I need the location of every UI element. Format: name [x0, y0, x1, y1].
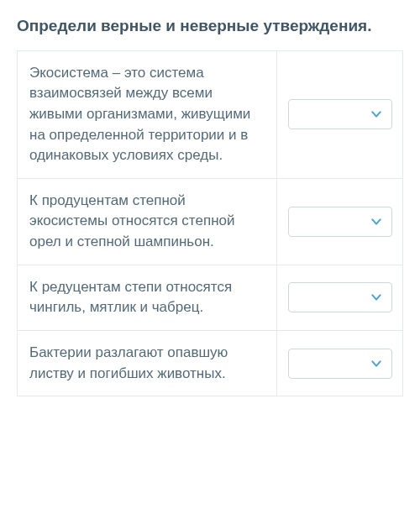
table-row: К редуцентам степи относятся чингиль, мя… — [18, 265, 403, 330]
statement-cell: К продуцентам степной экосистемы относят… — [18, 178, 277, 265]
answer-select[interactable] — [288, 99, 392, 129]
answer-cell — [277, 50, 403, 178]
statement-cell: Экосистема – это система взаимосвязей ме… — [18, 50, 277, 178]
answer-cell — [277, 178, 403, 265]
answer-select[interactable] — [288, 282, 392, 312]
table-row: Бактерии разлагают опавшую листву и поги… — [18, 331, 403, 396]
statement-cell: К редуцентам степи относятся чингиль, мя… — [18, 265, 277, 330]
answer-select[interactable] — [288, 207, 392, 237]
chevron-down-icon — [370, 215, 383, 228]
statement-cell: Бактерии разлагают опавшую листву и поги… — [18, 331, 277, 396]
chevron-down-icon — [370, 108, 383, 121]
answer-select[interactable] — [288, 349, 392, 379]
chevron-down-icon — [370, 291, 383, 304]
answer-cell — [277, 331, 403, 396]
table-row: К продуцентам степной экосистемы относят… — [18, 178, 403, 265]
chevron-down-icon — [370, 357, 383, 370]
statements-table: Экосистема – это система взаимосвязей ме… — [17, 50, 403, 397]
page-title: Определи верные и неверные утверждения. — [17, 15, 403, 37]
answer-cell — [277, 265, 403, 330]
table-row: Экосистема – это система взаимосвязей ме… — [18, 50, 403, 178]
